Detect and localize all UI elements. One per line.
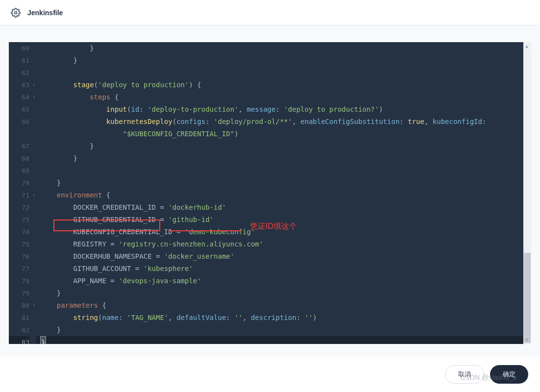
line-number: 72 — [9, 201, 29, 214]
cancel-button[interactable]: 取消 — [445, 365, 484, 384]
code-line[interactable] — [36, 165, 531, 177]
footer-actions: 取消 确定 — [0, 357, 540, 392]
code-line[interactable]: steps { — [36, 91, 531, 103]
line-number: 74 — [9, 226, 29, 238]
code-line[interactable]: stage('deploy to production') { — [36, 79, 531, 91]
code-line[interactable]: parameters { — [36, 299, 531, 312]
line-number: 78 — [9, 275, 29, 287]
code-line[interactable]: environment { — [36, 189, 531, 201]
line-number: 76 — [9, 250, 29, 263]
code-line[interactable]: } — [36, 336, 531, 344]
line-number: 69 — [9, 165, 29, 177]
line-number: 63 — [9, 79, 29, 91]
line-number: 64 — [9, 91, 29, 103]
code-line[interactable] — [36, 67, 531, 79]
line-number: 67 — [9, 140, 29, 152]
code-editor[interactable]: 6061626364656667686970717273747576777879… — [9, 42, 531, 344]
annotation-box — [53, 220, 160, 231]
code-area[interactable]: 凭证ID填这个 } } stage('deploy to production'… — [36, 42, 531, 344]
line-number: 65 — [9, 103, 29, 116]
line-number: 73 — [9, 214, 29, 226]
code-line[interactable]: } — [36, 42, 531, 54]
scroll-down-icon[interactable]: ▼ — [524, 337, 529, 343]
page-header: Jenkinsfile — [0, 0, 540, 25]
line-number: 68 — [9, 152, 29, 165]
annotation-underline — [169, 230, 241, 231]
file-title: Jenkinsfile — [27, 9, 63, 17]
line-gutter: 6061626364656667686970717273747576777879… — [9, 42, 36, 344]
line-number: 77 — [9, 263, 29, 275]
code-line[interactable]: GITHUB_ACCOUNT = 'kubesphere' — [36, 263, 531, 275]
code-line[interactable]: DOCKERHUB_NAMESPACE = 'docker_username' — [36, 250, 531, 263]
confirm-button[interactable]: 确定 — [490, 365, 528, 384]
gear-icon — [11, 8, 21, 18]
code-line[interactable]: } — [36, 324, 531, 336]
svg-point-0 — [15, 11, 17, 14]
code-line[interactable]: } — [36, 140, 531, 152]
line-number: 60 — [9, 42, 29, 54]
code-line[interactable]: } — [36, 54, 531, 67]
line-number: 81 — [9, 312, 29, 324]
code-line[interactable]: "$KUBECONFIG_CREDENTIAL_ID") — [36, 128, 531, 140]
code-line[interactable]: input(id: 'deploy-to-production', messag… — [36, 103, 531, 116]
line-number: 79 — [9, 287, 29, 299]
code-line[interactable]: APP_NAME = 'devops-java-sample' — [36, 275, 531, 287]
code-line[interactable]: REGISTRY = 'registry.cn-shenzhen.aliyunc… — [36, 238, 531, 250]
line-number: 66 — [9, 116, 29, 128]
annotation-label: 凭证ID填这个 — [250, 220, 297, 232]
line-number: 61 — [9, 54, 29, 67]
line-number: 82 — [9, 324, 29, 336]
code-line[interactable]: } — [36, 287, 531, 299]
line-number: 80 — [9, 299, 29, 312]
code-line[interactable]: } — [36, 177, 531, 189]
line-number: 71 — [9, 189, 29, 201]
line-number: 62 — [9, 67, 29, 79]
line-number: 83 — [9, 336, 29, 344]
code-line[interactable]: kubernetesDeploy(configs: 'deploy/prod-o… — [36, 116, 531, 128]
code-line[interactable]: DOCKER_CREDENTIAL_ID = 'dockerhub-id' — [36, 201, 531, 214]
scrollbar-thumb[interactable] — [524, 253, 531, 343]
scroll-up-icon[interactable]: ▲ — [524, 44, 529, 49]
line-number: 70 — [9, 177, 29, 189]
line-number: 75 — [9, 238, 29, 250]
code-line[interactable]: string(name: 'TAG_NAME', defaultValue: '… — [36, 312, 531, 324]
code-line[interactable]: } — [36, 152, 531, 165]
line-number — [9, 128, 29, 140]
